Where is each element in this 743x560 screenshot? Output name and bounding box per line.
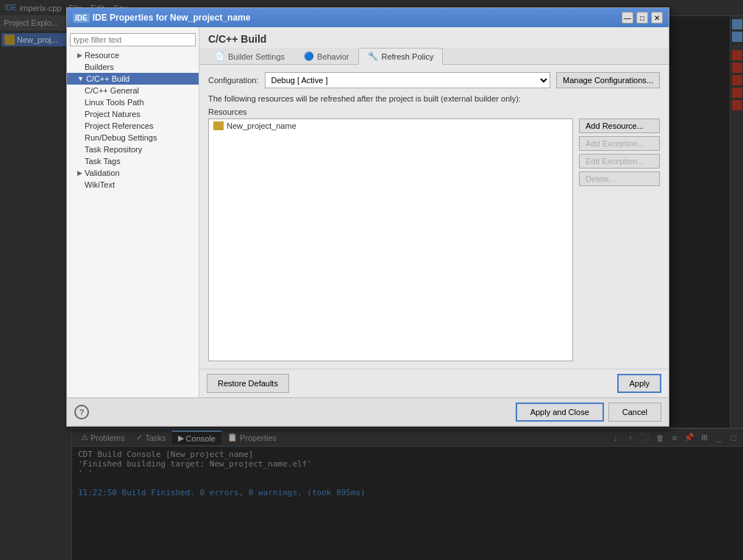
cancel-button[interactable]: Cancel (608, 403, 661, 422)
manage-configurations-button[interactable]: Manage Configurations... (556, 72, 660, 88)
resource-item-label: New_project_name (227, 121, 296, 130)
tree-label-builders: Builders (85, 63, 114, 71)
tree-item-task-repo[interactable]: Task Repository (67, 143, 199, 155)
tree-label-wikitext: WikiText (85, 180, 115, 189)
resources-list: New_project_name (208, 118, 573, 361)
tree-item-project-refs[interactable]: Project References (67, 120, 199, 132)
tree-filter-input[interactable] (70, 33, 196, 46)
help-button[interactable]: ? (74, 405, 89, 419)
tree-arrow-validation: ▶ (77, 169, 82, 177)
folder-icon (213, 121, 224, 130)
behavior-icon: 🔵 (304, 52, 314, 61)
resources-buttons: Add Resource... Add Exception... Edit Ex… (579, 118, 660, 361)
add-exception-button[interactable]: Add Exception... (579, 136, 660, 151)
properties-dialog: IDE IDE Properties for New_project_name … (66, 7, 669, 427)
config-row: Configuration: Debug [ Active ] Manage C… (208, 72, 660, 88)
apply-button[interactable]: Apply (617, 374, 661, 393)
resources-label: Resources (208, 107, 660, 116)
description-text: The following resources will be refreshe… (208, 94, 660, 103)
config-label: Configuration: (208, 76, 259, 85)
dialog-title-area: IDE IDE Properties for New_project_name (73, 13, 250, 23)
tree-item-wikitext[interactable]: WikiText (67, 179, 199, 191)
tree-item-task-tags[interactable]: Task Tags (67, 155, 199, 167)
tab-behavior[interactable]: 🔵 Behavior (294, 48, 358, 65)
builder-settings-icon: 📄 (215, 52, 225, 61)
tree-arrow-resource: ▶ (77, 52, 82, 59)
tree-item-builders[interactable]: Builders (67, 61, 199, 73)
tree-item-linux-tools[interactable]: Linux Tools Path (67, 96, 199, 108)
dialog-restore[interactable]: □ (636, 12, 648, 24)
tab-builder-settings[interactable]: 📄 Builder Settings (205, 48, 294, 65)
tree-label-task-repo: Task Repository (85, 145, 142, 154)
dialog-body: ▶ Resource Builders ▼ C/C++ Build C/C++ … (67, 27, 669, 397)
tree-label-validation: Validation (85, 169, 120, 177)
tree-label-resource: Resource (85, 51, 119, 60)
delete-button[interactable]: Delete... (579, 171, 660, 186)
dialog-tree: ▶ Resource Builders ▼ C/C++ Build C/C++ … (67, 27, 199, 397)
tree-item-project-natures[interactable]: Project Natures (67, 108, 199, 120)
tree-label-linux-tools: Linux Tools Path (85, 98, 144, 107)
tree-label-run-debug: Run/Debug Settings (85, 133, 157, 142)
behavior-label: Behavior (317, 52, 349, 61)
dialog-content: C/C++ Build 📄 Builder Settings 🔵 Behavio… (199, 27, 669, 397)
content-title: C/C++ Build (208, 33, 266, 45)
restore-defaults-button[interactable]: Restore Defaults (207, 374, 289, 393)
add-resource-button[interactable]: Add Resource... (579, 118, 660, 133)
content-tabs: 📄 Builder Settings 🔵 Behavior 🔧 Refresh … (199, 48, 669, 65)
tree-arrow-cpp-build: ▼ (77, 75, 84, 82)
dialog-close[interactable]: ✕ (651, 12, 663, 24)
resource-item-project: New_project_name (209, 119, 572, 132)
tree-label-task-tags: Task Tags (85, 157, 121, 166)
tree-label-cpp-general: C/C++ General (85, 86, 139, 95)
tree-item-run-debug[interactable]: Run/Debug Settings (67, 132, 199, 143)
refresh-policy-label: Refresh Policy (381, 52, 433, 61)
dialog-minimize[interactable]: — (622, 12, 633, 24)
content-header: C/C++ Build (199, 27, 669, 48)
dialog-controls: — □ ✕ (622, 12, 663, 24)
apply-and-close-button[interactable]: Apply and Close (516, 403, 604, 422)
tree-item-resource[interactable]: ▶ Resource (67, 49, 199, 61)
tree-item-cpp-build[interactable]: ▼ C/C++ Build (67, 73, 199, 85)
tree-item-validation[interactable]: ▶ Validation (67, 167, 199, 179)
tree-item-cpp-general[interactable]: C/C++ General (67, 85, 199, 96)
dialog-titlebar: IDE IDE Properties for New_project_name … (67, 8, 669, 27)
resources-area: New_project_name Add Resource... Add Exc… (208, 118, 660, 361)
tree-label-cpp-build: C/C++ Build (86, 74, 129, 83)
refresh-policy-icon: 🔧 (368, 52, 378, 61)
tree-label-project-refs: Project References (85, 121, 154, 130)
dialog-title-text: IDE Properties for New_project_name (93, 13, 251, 23)
tab-content-refresh: Configuration: Debug [ Active ] Manage C… (199, 65, 669, 369)
edit-exception-button[interactable]: Edit Exception... (579, 154, 660, 169)
tree-label-project-natures: Project Natures (85, 110, 141, 118)
config-select[interactable]: Debug [ Active ] (265, 72, 551, 88)
tab-refresh-policy[interactable]: 🔧 Refresh Policy (358, 48, 443, 65)
dialog-bottom: Restore Defaults Apply (199, 369, 669, 397)
builder-settings-label: Builder Settings (228, 52, 285, 61)
dialog-ide-icon: IDE (73, 13, 90, 23)
dialog-footer: ? Apply and Close Cancel (67, 397, 669, 426)
